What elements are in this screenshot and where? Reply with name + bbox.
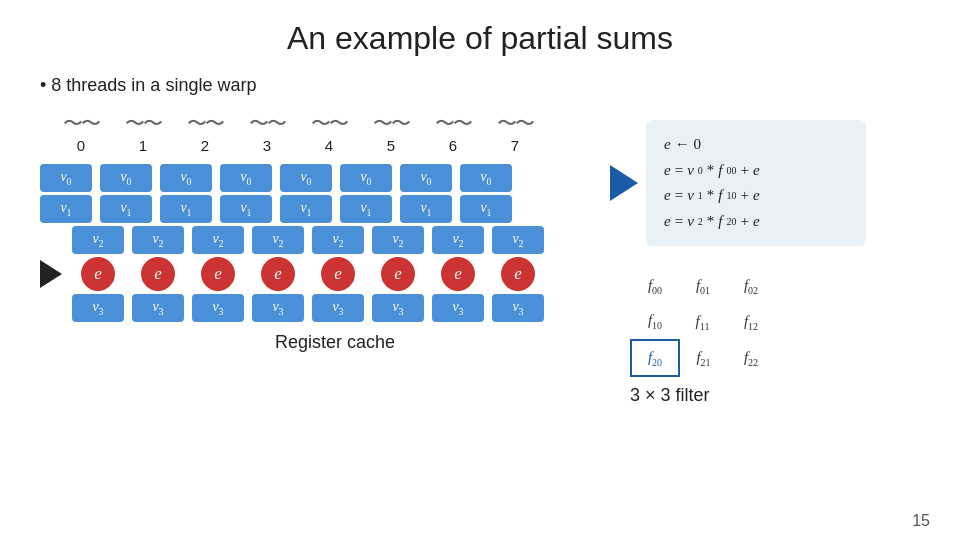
thread-col-6: 〜〜 6 [422, 110, 484, 158]
cell-v0-3: v0 [220, 164, 272, 192]
thread-col-5: 〜〜 5 [360, 110, 422, 158]
filter-row-0: f00 f01 f02 [631, 268, 775, 304]
filter-cell-20: f20 [631, 340, 679, 376]
cell-v0-1: v0 [100, 164, 152, 192]
filter-cell-21: f21 [679, 340, 727, 376]
cell-v3-6: v3 [432, 294, 484, 322]
filter-cell-01: f01 [679, 268, 727, 304]
cell-v3-5: v3 [372, 294, 424, 322]
eq-line-1: e = v0 * f00 + e [664, 158, 848, 184]
cell-e-4: e [321, 257, 355, 291]
cell-v3-1: v3 [132, 294, 184, 322]
cell-v1-1: v1 [100, 195, 152, 223]
thread-col-7: 〜〜 7 [484, 110, 546, 158]
thread-col-3: 〜〜 3 [236, 110, 298, 158]
eq-line-2: e = v1 * f10 + e [664, 183, 848, 209]
spring-icon-6: 〜〜 [435, 110, 471, 137]
cell-v0-0: v0 [40, 164, 92, 192]
thread-headers: 〜〜 0 〜〜 1 〜〜 2 〜〜 3 〜〜 4 [50, 110, 600, 158]
left-panel: 〜〜 0 〜〜 1 〜〜 2 〜〜 3 〜〜 4 [40, 110, 600, 406]
thread-num-0: 0 [77, 137, 85, 154]
filter-label: 3 × 3 filter [630, 385, 920, 406]
cell-v3-2: v3 [192, 294, 244, 322]
spring-icon-2: 〜〜 [187, 110, 223, 137]
thread-col-4: 〜〜 4 [298, 110, 360, 158]
spring-icon-4: 〜〜 [311, 110, 347, 137]
thread-num-7: 7 [511, 137, 519, 154]
thread-col-0: 〜〜 0 [50, 110, 112, 158]
cell-v3-0: v3 [72, 294, 124, 322]
thread-num-4: 4 [325, 137, 333, 154]
filter-row-1: f10 f11 f12 [631, 304, 775, 340]
cell-v0-4: v0 [280, 164, 332, 192]
cell-v2-3: v2 [252, 226, 304, 254]
cell-e-7: e [501, 257, 535, 291]
cell-v0-2: v0 [160, 164, 212, 192]
cell-v2-2: v2 [192, 226, 244, 254]
cell-e-6: e [441, 257, 475, 291]
cell-e-2: e [201, 257, 235, 291]
row-v1: v1 v1 v1 v1 v1 v1 v1 v1 [40, 195, 600, 223]
cell-e-3: e [261, 257, 295, 291]
cell-e-0: e [81, 257, 115, 291]
cell-v0-7: v0 [460, 164, 512, 192]
cell-v1-2: v1 [160, 195, 212, 223]
cell-v1-4: v1 [280, 195, 332, 223]
cell-v0-5: v0 [340, 164, 392, 192]
cell-e-5: e [381, 257, 415, 291]
filter-grid: f00 f01 f02 f10 f11 f12 f20 f21 f22 [630, 268, 920, 406]
cell-v2-5: v2 [372, 226, 424, 254]
row-arrow [40, 260, 62, 288]
cell-v0-6: v0 [400, 164, 452, 192]
thread-num-1: 1 [139, 137, 147, 154]
cell-v1-7: v1 [460, 195, 512, 223]
row-v0: v0 v0 v0 v0 v0 v0 v0 v0 [40, 164, 600, 192]
spring-icon-1: 〜〜 [125, 110, 161, 137]
slide-title: An example of partial sums [40, 20, 920, 57]
filter-cell-02: f02 [727, 268, 775, 304]
cell-v2-6: v2 [432, 226, 484, 254]
spring-icon-7: 〜〜 [497, 110, 533, 137]
cell-e-1: e [141, 257, 175, 291]
filter-cell-00: f00 [631, 268, 679, 304]
cell-v3-4: v3 [312, 294, 364, 322]
filter-cell-11: f11 [679, 304, 727, 340]
cell-v2-7: v2 [492, 226, 544, 254]
right-panel: e ← 0 e = v0 * f00 + e e = v1 * f10 + e … [600, 110, 920, 406]
spring-icon-3: 〜〜 [249, 110, 285, 137]
filter-row-2: f20 f21 f22 [631, 340, 775, 376]
thread-num-5: 5 [387, 137, 395, 154]
right-arrow-icon [610, 165, 638, 201]
cell-v3-3: v3 [252, 294, 304, 322]
eq-line-3: e = v2 * f20 + e [664, 209, 848, 235]
thread-col-2: 〜〜 2 [174, 110, 236, 158]
equations-box: e ← 0 e = v0 * f00 + e e = v1 * f10 + e … [646, 120, 866, 246]
spring-icon-0: 〜〜 [63, 110, 99, 137]
cell-v2-0: v2 [72, 226, 124, 254]
thread-num-2: 2 [201, 137, 209, 154]
eq-line-0: e ← 0 [664, 132, 848, 158]
cell-v1-3: v1 [220, 195, 272, 223]
thread-col-1: 〜〜 1 [112, 110, 174, 158]
filter-cell-10: f10 [631, 304, 679, 340]
filter-cell-12: f12 [727, 304, 775, 340]
filter-cell-22: f22 [727, 340, 775, 376]
page-number: 15 [912, 512, 930, 530]
register-cache-label: Register cache [70, 332, 600, 353]
cell-v1-0: v1 [40, 195, 92, 223]
spring-icon-5: 〜〜 [373, 110, 409, 137]
filter-table: f00 f01 f02 f10 f11 f12 f20 f21 f22 [630, 268, 776, 377]
thread-num-3: 3 [263, 137, 271, 154]
cell-v2-1: v2 [132, 226, 184, 254]
cell-v1-5: v1 [340, 195, 392, 223]
cell-v2-4: v2 [312, 226, 364, 254]
thread-num-6: 6 [449, 137, 457, 154]
cell-v3-7: v3 [492, 294, 544, 322]
bullet-point: • 8 threads in a single warp [40, 75, 920, 96]
cell-v1-6: v1 [400, 195, 452, 223]
